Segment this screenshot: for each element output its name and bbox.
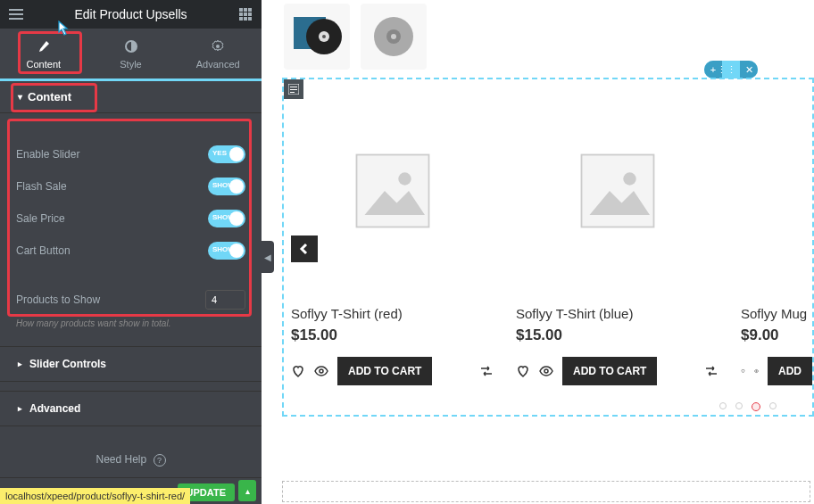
svg-point-26 <box>398 172 411 185</box>
products-to-show-label: Products to Show <box>16 293 100 306</box>
sale-price-label: Sale Price <box>16 212 65 225</box>
svg-rect-3 <box>239 8 243 12</box>
compare-icon[interactable] <box>478 363 494 379</box>
enable-slider-label: Enable Slider <box>16 148 79 161</box>
enable-slider-toggle[interactable]: YES <box>208 145 245 163</box>
slider-controls-label: Slider Controls <box>29 358 106 370</box>
svg-rect-9 <box>239 17 243 21</box>
svg-point-17 <box>322 35 326 38</box>
product-image-placeholder <box>516 88 719 293</box>
wishlist-heart-icon[interactable] <box>741 364 745 378</box>
product-name: Soflyy T-Shirt (blue) <box>516 306 719 321</box>
status-url: localhost/xpeed/product/soflyy-t-shirt-r… <box>0 488 190 504</box>
accordion-advanced[interactable]: ▸ Advanced <box>0 391 262 426</box>
quickview-eye-icon[interactable] <box>314 364 328 378</box>
svg-rect-11 <box>248 17 252 21</box>
section-content-label: Content <box>28 90 71 103</box>
svg-rect-1 <box>9 13 23 15</box>
quickview-eye-icon[interactable] <box>754 364 759 378</box>
svg-point-20 <box>391 34 396 39</box>
quickview-eye-icon[interactable] <box>539 364 553 378</box>
cart-button-toggle[interactable]: SHOW <box>208 242 245 260</box>
products-to-show-input[interactable] <box>205 290 245 310</box>
products-hint: How many products want show in total. <box>0 317 262 337</box>
svg-rect-28 <box>582 155 654 227</box>
widget-drag-handle[interactable]: ⋮⋮⋮ <box>722 61 740 78</box>
thumbnail-disc[interactable] <box>361 4 427 70</box>
svg-rect-25 <box>357 155 429 227</box>
page-title: Edit Product Upsells <box>74 7 187 21</box>
flash-sale-toggle[interactable]: SHOW <box>208 178 245 195</box>
svg-rect-2 <box>9 18 23 20</box>
widgets-grid-icon[interactable] <box>237 5 254 23</box>
slider-dot[interactable] <box>719 402 727 409</box>
caret-right-icon: ▸ <box>18 404 22 413</box>
product-price: $15.00 <box>291 326 494 344</box>
section-content-header[interactable]: ▾ Content <box>0 81 262 113</box>
slider-dot-active[interactable] <box>752 402 760 411</box>
product-image-placeholder <box>741 88 812 293</box>
svg-rect-23 <box>290 89 297 90</box>
slider-dot[interactable] <box>735 402 743 409</box>
widget-area[interactable]: Soflyy T-Shirt (red) $15.00 ADD TO CART … <box>282 78 814 417</box>
svg-point-31 <box>756 370 757 371</box>
cart-button-label: Cart Button <box>16 244 71 257</box>
tab-content-label: Content <box>27 59 62 70</box>
menu-icon[interactable] <box>7 5 25 23</box>
slider-dots <box>719 402 777 411</box>
svg-point-13 <box>216 45 220 48</box>
add-to-cart-button[interactable]: ADD TO CART <box>337 357 432 385</box>
accordion-advanced-label: Advanced <box>29 402 80 415</box>
sale-price-toggle[interactable]: SHOW <box>208 210 245 227</box>
tab-style[interactable]: Style <box>87 29 175 78</box>
thumbnail-vinyl[interactable] <box>284 4 350 70</box>
product-name: Soflyy Mug <box>741 306 812 321</box>
svg-rect-4 <box>244 8 247 12</box>
add-to-cart-button[interactable]: ADD <box>768 357 812 385</box>
collapse-handle[interactable]: ◀ <box>262 241 274 273</box>
caret-right-icon: ▸ <box>18 359 22 368</box>
wishlist-heart-icon[interactable] <box>516 364 530 378</box>
wishlist-heart-icon[interactable] <box>291 364 305 378</box>
svg-rect-22 <box>290 87 297 87</box>
tab-advanced-label: Advanced <box>196 59 240 70</box>
svg-point-30 <box>544 369 548 373</box>
product-card: Soflyy Mug $9.00 ADD <box>741 88 812 385</box>
update-dropdown[interactable]: ▴ <box>238 480 256 501</box>
product-card: Soflyy T-Shirt (red) $15.00 ADD TO CART <box>291 88 494 385</box>
caret-down-icon: ▾ <box>18 92 22 102</box>
product-name: Soflyy T-Shirt (red) <box>291 306 494 321</box>
tab-style-label: Style <box>120 59 141 70</box>
svg-rect-10 <box>244 17 247 21</box>
svg-rect-7 <box>244 12 247 16</box>
tab-content[interactable]: Content <box>0 29 87 78</box>
accordion-slider-controls[interactable]: ▸ Slider Controls <box>0 346 262 382</box>
svg-rect-24 <box>290 92 295 93</box>
compare-icon[interactable] <box>703 363 719 379</box>
svg-rect-5 <box>248 8 252 12</box>
svg-point-29 <box>623 172 635 185</box>
flash-sale-label: Flash Sale <box>16 180 67 193</box>
widget-close-button[interactable]: ✕ <box>740 61 758 78</box>
slider-dot[interactable] <box>769 402 777 409</box>
svg-rect-6 <box>239 12 243 16</box>
svg-rect-0 <box>9 9 23 11</box>
add-to-cart-button[interactable]: ADD TO CART <box>562 357 657 385</box>
widget-header: + ⋮⋮⋮ ✕ <box>704 61 758 78</box>
widget-edit-handle[interactable] <box>284 79 303 99</box>
product-image-placeholder <box>291 88 494 293</box>
svg-point-27 <box>320 369 323 373</box>
help-icon: ? <box>154 454 166 467</box>
product-price: $15.00 <box>516 326 719 344</box>
product-card: Soflyy T-Shirt (blue) $15.00 ADD TO CART <box>516 88 719 385</box>
product-price: $9.00 <box>741 326 812 344</box>
slider-prev-button[interactable] <box>291 235 318 262</box>
tab-advanced[interactable]: Advanced <box>174 29 262 78</box>
empty-section[interactable] <box>282 481 810 502</box>
svg-rect-8 <box>248 12 252 16</box>
